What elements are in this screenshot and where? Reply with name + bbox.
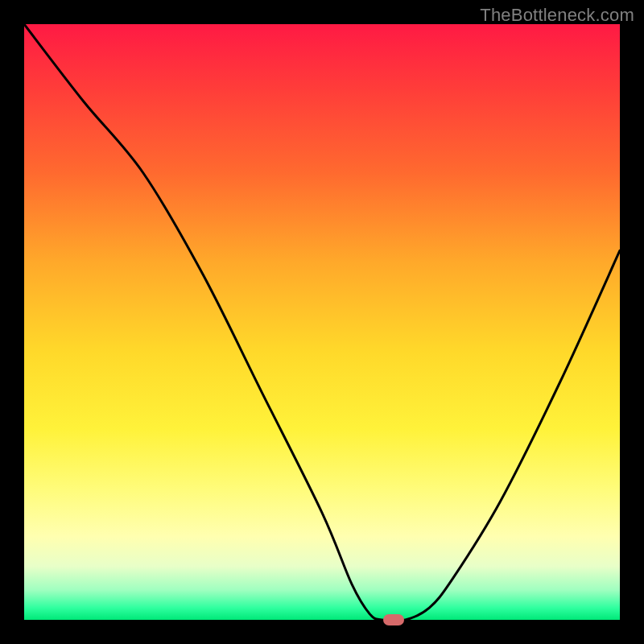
attribution-label: TheBottleneck.com [480,5,634,26]
bottleneck-curve [24,24,620,620]
chart-frame: TheBottleneck.com [0,0,644,644]
optimal-marker [383,614,404,625]
plot-area [24,24,620,620]
curve-path [24,24,620,620]
